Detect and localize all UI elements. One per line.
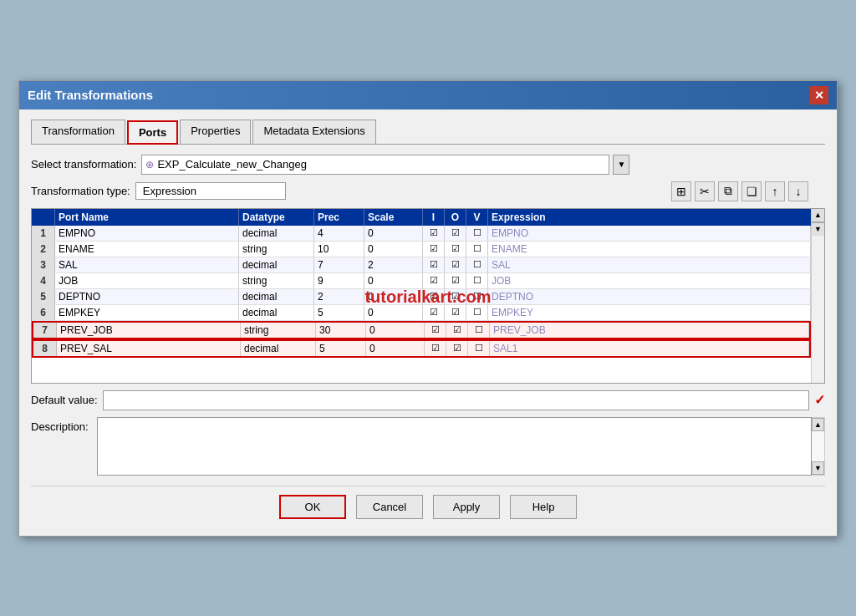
expr-5[interactable]: DEPTNO [488, 289, 811, 304]
i-2[interactable]: ☑ [423, 242, 445, 257]
copy-btn[interactable]: ⧉ [718, 181, 738, 201]
prec-7[interactable]: 30 [316, 323, 366, 338]
o-7[interactable]: ☑ [446, 323, 468, 338]
cancel-button[interactable]: Cancel [356, 495, 423, 519]
v-8[interactable]: ☐ [468, 341, 490, 356]
port-name-4[interactable]: JOB [55, 273, 239, 288]
datatype-7[interactable]: string [241, 323, 316, 338]
datatype-5[interactable]: decimal [239, 289, 314, 304]
scale-3[interactable]: 2 [364, 257, 423, 272]
expr-8[interactable]: SAL1 [490, 341, 809, 356]
o-8[interactable]: ☑ [446, 341, 468, 356]
help-button[interactable]: Help [510, 495, 577, 519]
i-5[interactable]: ☑ [423, 289, 445, 304]
o-6[interactable]: ☑ [445, 305, 466, 320]
v-6[interactable]: ☐ [466, 305, 488, 320]
transformation-value: EXP_Calculate_new_Changeg [157, 158, 307, 171]
scale-4[interactable]: 0 [364, 273, 423, 288]
prec-3[interactable]: 7 [314, 257, 364, 272]
description-textarea[interactable] [97, 417, 812, 476]
scale-8[interactable]: 0 [366, 341, 425, 356]
i-6[interactable]: ☑ [423, 305, 445, 320]
cut-btn[interactable]: ✂ [695, 181, 715, 201]
prec-5[interactable]: 2 [314, 289, 364, 304]
datatype-1[interactable]: decimal [239, 226, 314, 241]
prec-2[interactable]: 10 [314, 242, 364, 257]
table-row[interactable]: 4 JOB string 9 0 ☑ ☑ ☐ JOB [32, 273, 811, 289]
scrollbar-down-btn[interactable]: ▼ [812, 222, 824, 236]
scale-2[interactable]: 0 [364, 242, 423, 257]
scale-6[interactable]: 0 [364, 305, 423, 320]
v-5[interactable]: ☐ [466, 289, 488, 304]
port-name-3[interactable]: SAL [55, 257, 239, 272]
table-row[interactable]: 2 ENAME string 10 0 ☑ ☑ ☐ ENAME [32, 242, 811, 257]
scrollbar-up-btn[interactable]: ▲ [812, 209, 824, 222]
v-2[interactable]: ☐ [466, 242, 488, 257]
table-row[interactable]: 1 EMPNO decimal 4 0 ☑ ☑ ☐ EMPNO [32, 226, 811, 242]
i-3[interactable]: ☑ [423, 257, 445, 272]
table-row[interactable]: 6 EMPKEY decimal 5 0 ☑ ☑ ☐ EMPKEY [32, 305, 811, 321]
o-4[interactable]: ☑ [445, 273, 466, 288]
ok-button[interactable]: OK [279, 495, 346, 519]
datatype-2[interactable]: string [239, 242, 314, 257]
default-value-input[interactable] [103, 390, 810, 410]
transformation-type-row: Transformation type: Expression [31, 182, 286, 200]
expr-2[interactable]: ENAME [488, 242, 811, 257]
table-row[interactable]: 8 PREV_SAL decimal 5 0 ☑ ☑ ☐ SAL1 [32, 339, 811, 358]
paste-btn[interactable]: ❏ [741, 181, 762, 201]
tab-properties[interactable]: Properties [180, 120, 251, 144]
datatype-4[interactable]: string [239, 273, 314, 288]
tab-ports[interactable]: Ports [127, 120, 178, 145]
port-name-1[interactable]: EMPNO [55, 226, 239, 241]
tab-transformation[interactable]: Transformation [31, 120, 125, 144]
transformation-dropdown-arrow[interactable]: ▼ [613, 155, 629, 175]
v-4[interactable]: ☐ [466, 273, 488, 288]
v-7[interactable]: ☐ [468, 323, 490, 338]
o-2[interactable]: ☑ [445, 242, 466, 257]
prec-4[interactable]: 9 [314, 273, 364, 288]
table-row[interactable]: 7 PREV_JOB string 30 0 ☑ ☑ ☐ PREV_JOB [32, 321, 811, 339]
port-name-5[interactable]: DEPTNO [55, 289, 239, 304]
datatype-8[interactable]: decimal [241, 341, 316, 356]
expr-3[interactable]: SAL [488, 257, 811, 272]
prec-1[interactable]: 4 [314, 226, 364, 241]
i-7[interactable]: ☑ [425, 323, 446, 338]
i-4[interactable]: ☑ [423, 273, 445, 288]
scale-1[interactable]: 0 [364, 226, 423, 241]
move-up-btn[interactable]: ↑ [765, 181, 785, 201]
datatype-6[interactable]: decimal [239, 305, 314, 320]
default-value-label: Default value: [31, 394, 98, 406]
port-name-2[interactable]: ENAME [55, 242, 239, 257]
scale-5[interactable]: 0 [364, 289, 423, 304]
port-name-8[interactable]: PREV_SAL [57, 341, 241, 356]
move-down-btn[interactable]: ↓ [788, 181, 808, 201]
port-name-6[interactable]: EMPKEY [55, 305, 239, 320]
expr-4[interactable]: JOB [488, 273, 811, 288]
expr-7[interactable]: PREV_JOB [490, 323, 809, 338]
prec-6[interactable]: 5 [314, 305, 364, 320]
close-button[interactable]: ✕ [810, 86, 828, 104]
tab-metadata-extensions[interactable]: Metadata Extensions [252, 120, 375, 144]
expr-6[interactable]: EMPKEY [488, 305, 811, 320]
table-row[interactable]: 3 SAL decimal 7 2 ☑ ☑ ☐ SAL [32, 257, 811, 273]
datatype-3[interactable]: decimal [239, 257, 314, 272]
expr-1[interactable]: EMPNO [488, 226, 811, 241]
apply-button[interactable]: Apply [433, 495, 500, 519]
transformation-select-field[interactable]: ⊕ EXP_Calculate_new_Changeg [141, 155, 609, 175]
grid-scrollbar[interactable]: ▲ ▼ [811, 209, 824, 384]
new-row-btn[interactable]: ⊞ [671, 181, 691, 201]
row-num-1: 1 [32, 226, 55, 241]
table-row[interactable]: 5 DEPTNO decimal 2 0 ☑ ☑ ☐ DEPTNO [32, 289, 811, 305]
o-3[interactable]: ☑ [445, 257, 466, 272]
port-name-7[interactable]: PREV_JOB [57, 323, 241, 338]
desc-scroll-up-btn[interactable]: ▲ [812, 418, 824, 431]
desc-scroll-down-btn[interactable]: ▼ [812, 461, 824, 475]
i-1[interactable]: ☑ [423, 226, 445, 241]
v-1[interactable]: ☐ [466, 226, 488, 241]
v-3[interactable]: ☐ [466, 257, 488, 272]
prec-8[interactable]: 5 [316, 341, 366, 356]
o-5[interactable]: ☑ [445, 289, 466, 304]
scale-7[interactable]: 0 [366, 323, 425, 338]
i-8[interactable]: ☑ [425, 341, 446, 356]
o-1[interactable]: ☑ [445, 226, 466, 241]
